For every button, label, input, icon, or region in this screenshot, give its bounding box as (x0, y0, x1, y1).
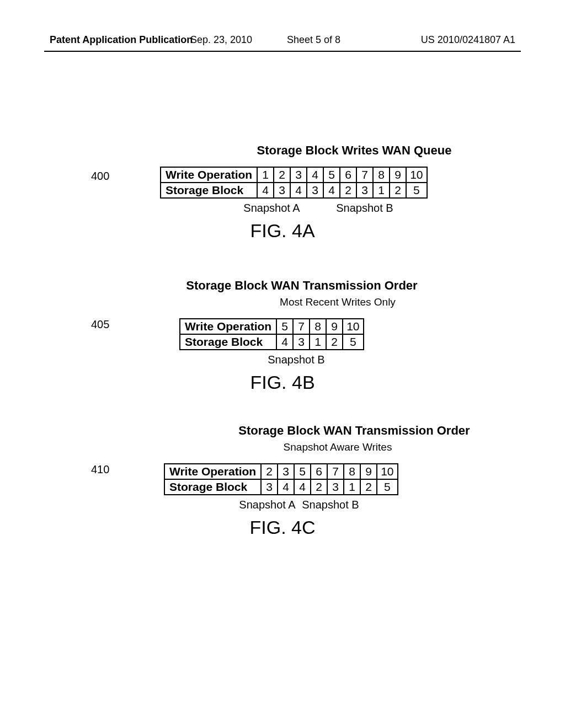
cell: 1 (373, 183, 390, 198)
table-row: Write Operation 2 3 5 6 7 8 9 10 (164, 464, 398, 479)
cell: 5 (323, 167, 340, 183)
snapshot-b-label: Snapshot B (268, 354, 324, 366)
cell: 3 (327, 479, 344, 495)
cell: 8 (344, 464, 360, 479)
snapshot-b-label: Snapshot B (336, 202, 393, 215)
cell: 10 (377, 464, 397, 479)
cell: 4 (276, 334, 293, 350)
cell: 4 (307, 167, 323, 183)
cell: 4 (323, 183, 340, 198)
row-label-storage-block: Storage Block (161, 183, 257, 198)
figure-4b-subtitle: Most Recent Writes Only (0, 296, 565, 308)
figure-4b-title: Storage Block WAN Transmission Order (0, 279, 565, 293)
cell: 2 (261, 464, 278, 479)
cell: 3 (356, 183, 373, 198)
figure-4a-table: Write Operation 1 2 3 4 5 6 7 8 9 10 Sto… (160, 167, 428, 199)
header-pub-type: Patent Application Publication (50, 34, 193, 45)
header-sheet: Sheet 5 of 8 (287, 34, 340, 46)
header-date: Sep. 23, 2010 (190, 34, 252, 46)
table-row: Write Operation 1 2 3 4 5 6 7 8 9 10 (161, 167, 427, 183)
cell: 2 (340, 183, 356, 198)
page-header: Patent Application Publication Sep. 23, … (0, 34, 565, 46)
figure-4c: Storage Block WAN Transmission Order Sna… (0, 424, 565, 538)
figure-4b-caption: FIG. 4B (0, 372, 565, 393)
cell: 1 (257, 167, 274, 183)
figure-4a-caption: FIG. 4A (0, 220, 565, 242)
cell: 8 (310, 319, 326, 334)
cell: 9 (360, 464, 377, 479)
cell: 5 (343, 334, 363, 350)
cell: 4 (290, 183, 307, 198)
cell: 3 (261, 479, 278, 495)
header-patent-number: US 2010/0241807 A1 (421, 34, 515, 46)
cell: 2 (311, 479, 327, 495)
figure-4c-table: Write Operation 2 3 5 6 7 8 9 10 Storage… (164, 463, 398, 495)
cell: 5 (294, 464, 311, 479)
cell: 2 (360, 479, 377, 495)
figure-4c-subtitle: Snapshot Aware Writes (0, 441, 565, 453)
cell: 10 (343, 319, 363, 334)
cell: 4 (294, 479, 311, 495)
table-row: Write Operation 5 7 8 9 10 (180, 319, 364, 334)
row-label-write-op: Write Operation (161, 167, 257, 183)
figure-4b: Storage Block WAN Transmission Order Mos… (0, 279, 565, 393)
cell: 7 (293, 319, 310, 334)
cell: 1 (310, 334, 326, 350)
cell: 3 (307, 183, 323, 198)
figure-4c-caption: FIG. 4C (0, 517, 565, 538)
table-row: Storage Block 4 3 1 2 5 (180, 334, 364, 350)
header-rule (44, 51, 521, 52)
cell: 3 (290, 167, 307, 183)
row-label-write-op: Write Operation (164, 464, 261, 479)
cell: 3 (278, 464, 294, 479)
cell: 4 (257, 183, 274, 198)
cell: 3 (293, 334, 310, 350)
cell: 7 (327, 464, 344, 479)
table-row: Storage Block 4 3 4 3 4 2 3 1 2 5 (161, 183, 427, 198)
cell: 4 (278, 479, 294, 495)
cell: 2 (326, 334, 343, 350)
cell: 2 (390, 183, 406, 198)
cell: 6 (311, 464, 327, 479)
row-label-write-op: Write Operation (180, 319, 276, 334)
cell: 3 (274, 183, 290, 198)
cell: 5 (276, 319, 293, 334)
row-label-storage-block: Storage Block (164, 479, 261, 495)
snapshot-b-label: Snapshot B (302, 499, 359, 511)
figure-4b-table: Write Operation 5 7 8 9 10 Storage Block… (179, 318, 364, 350)
cell: 8 (373, 167, 390, 183)
cell: 7 (356, 167, 373, 183)
row-label-storage-block: Storage Block (180, 334, 276, 350)
cell: 6 (340, 167, 356, 183)
cell: 1 (344, 479, 360, 495)
cell: 5 (406, 183, 427, 198)
cell: 5 (377, 479, 397, 495)
cell: 10 (406, 167, 427, 183)
cell: 9 (390, 167, 406, 183)
cell: 2 (274, 167, 290, 183)
snapshot-a-label: Snapshot A (239, 499, 295, 511)
snapshot-a-label: Snapshot A (243, 202, 300, 215)
figure-4a-title: Storage Block Writes WAN Queue (0, 143, 565, 158)
table-row: Storage Block 3 4 4 2 3 1 2 5 (164, 479, 398, 495)
figure-4a: Storage Block Writes WAN Queue 400 Write… (0, 143, 565, 242)
cell: 9 (326, 319, 343, 334)
figure-4c-title: Storage Block WAN Transmission Order (0, 424, 565, 438)
